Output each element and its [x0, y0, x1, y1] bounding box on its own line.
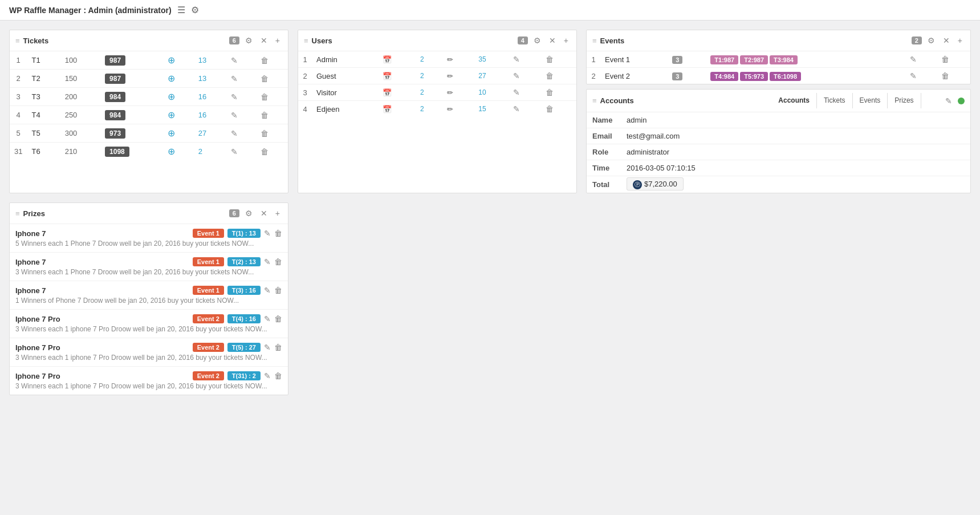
prizes-close-icon[interactable]: ✕	[258, 208, 270, 219]
events-drag-handle[interactable]: ≡	[592, 37, 597, 45]
events-gear-icon[interactable]: ⚙	[925, 35, 937, 46]
prize-delete-icon[interactable]: 🗑	[274, 343, 282, 352]
user-calendar-icon[interactable]: 📅	[378, 68, 416, 84]
ticket-delete-icon[interactable]: 🗑	[256, 143, 288, 161]
prizes-drag-handle[interactable]: ≡	[15, 209, 20, 218]
prize-edit-icon[interactable]: ✎	[264, 229, 271, 238]
prize-ticket-tag[interactable]: T(3) : 16	[227, 286, 261, 295]
events-add-icon[interactable]: +	[955, 35, 965, 46]
event-ticket-badge[interactable]: T6:1098	[770, 72, 801, 81]
tickets-gear-icon[interactable]: ⚙	[243, 35, 255, 46]
ticket-added-count[interactable]: 27	[194, 124, 226, 143]
ticket-add-icon[interactable]: ⊕	[163, 124, 194, 143]
user-tickets-count[interactable]: 27	[474, 68, 508, 84]
user-pencil-icon[interactable]: ✏	[442, 51, 474, 68]
user-calendar-icon[interactable]: 📅	[378, 84, 416, 101]
ticket-add-icon[interactable]: ⊕	[163, 88, 194, 106]
prize-delete-icon[interactable]: 🗑	[274, 371, 282, 380]
ticket-edit-icon[interactable]: ✎	[226, 88, 256, 106]
ticket-added-count[interactable]: 2	[194, 143, 226, 161]
ticket-edit-icon[interactable]: ✎	[226, 143, 256, 161]
user-edit-icon[interactable]: ✎	[509, 51, 542, 68]
user-events-count[interactable]: 2	[416, 51, 442, 68]
user-edit-icon[interactable]: ✎	[509, 101, 542, 117]
ticket-delete-icon[interactable]: 🗑	[256, 124, 288, 143]
prize-event-tag[interactable]: Event 1	[193, 286, 224, 295]
prize-edit-icon[interactable]: ✎	[264, 343, 271, 352]
ticket-edit-icon[interactable]: ✎	[226, 70, 256, 88]
users-drag-handle[interactable]: ≡	[304, 37, 308, 45]
prize-ticket-tag[interactable]: T(2) : 13	[227, 257, 261, 266]
users-close-icon[interactable]: ✕	[547, 35, 558, 46]
ticket-added-count[interactable]: 16	[194, 88, 226, 106]
user-calendar-icon[interactable]: 📅	[378, 101, 416, 117]
ticket-added-count[interactable]: 13	[194, 70, 226, 88]
prize-edit-icon[interactable]: ✎	[264, 371, 271, 380]
prize-event-tag[interactable]: Event 2	[193, 343, 224, 352]
user-tickets-count[interactable]: 35	[474, 51, 508, 68]
user-delete-icon[interactable]: 🗑	[541, 51, 576, 68]
tab-accounts[interactable]: Accounts	[771, 93, 817, 109]
event-ticket-badge[interactable]: T3:984	[770, 55, 798, 64]
tab-tickets[interactable]: Tickets	[817, 93, 853, 108]
user-tickets-count[interactable]: 10	[474, 84, 508, 101]
user-pencil-icon[interactable]: ✏	[442, 101, 474, 117]
prize-ticket-tag[interactable]: T(5) : 27	[227, 343, 261, 352]
ticket-add-icon[interactable]: ⊕	[163, 106, 194, 124]
prize-event-tag[interactable]: Event 1	[193, 257, 224, 266]
user-delete-icon[interactable]: 🗑	[541, 68, 576, 84]
prize-ticket-tag[interactable]: T(1) : 13	[227, 229, 261, 238]
prize-delete-icon[interactable]: 🗑	[274, 229, 282, 238]
user-edit-icon[interactable]: ✎	[509, 84, 542, 101]
ticket-edit-icon[interactable]: ✎	[226, 51, 256, 70]
event-ticket-badge[interactable]: T4:984	[710, 72, 738, 81]
accounts-edit-icon[interactable]: ✎	[943, 95, 954, 107]
user-events-count[interactable]: 2	[416, 84, 442, 101]
ticket-delete-icon[interactable]: 🗑	[256, 51, 288, 70]
user-pencil-icon[interactable]: ✏	[442, 68, 474, 84]
prize-edit-icon[interactable]: ✎	[264, 314, 271, 323]
user-calendar-icon[interactable]: 📅	[378, 51, 416, 68]
tab-prizes[interactable]: Prizes	[888, 93, 921, 108]
user-events-count[interactable]: 2	[416, 101, 442, 117]
event-ticket-badge[interactable]: T1:987	[710, 55, 738, 64]
prize-delete-icon[interactable]: 🗑	[274, 257, 282, 266]
event-edit-icon[interactable]: ✎	[905, 68, 937, 84]
ticket-edit-icon[interactable]: ✎	[226, 124, 256, 143]
prize-delete-icon[interactable]: 🗑	[274, 286, 282, 295]
prize-edit-icon[interactable]: ✎	[264, 257, 271, 266]
users-add-icon[interactable]: +	[562, 35, 571, 46]
ticket-delete-icon[interactable]: 🗑	[256, 70, 288, 88]
user-delete-icon[interactable]: 🗑	[541, 101, 576, 117]
ticket-add-icon[interactable]: ⊕	[163, 70, 194, 88]
user-delete-icon[interactable]: 🗑	[541, 84, 576, 101]
ticket-delete-icon[interactable]: 🗑	[256, 106, 288, 124]
event-ticket-badge[interactable]: T5:973	[740, 72, 768, 81]
menu-icon[interactable]: ☰	[177, 5, 185, 15]
user-tickets-count[interactable]: 15	[474, 101, 508, 117]
accounts-drag-handle[interactable]: ≡	[592, 96, 597, 105]
ticket-added-count[interactable]: 16	[194, 106, 226, 124]
event-ticket-badge[interactable]: T2:987	[740, 55, 768, 64]
events-close-icon[interactable]: ✕	[941, 35, 952, 46]
tab-events[interactable]: Events	[853, 93, 888, 108]
prizes-add-icon[interactable]: +	[273, 208, 282, 219]
prize-ticket-tag[interactable]: T(4) : 16	[227, 314, 261, 323]
users-gear-icon[interactable]: ⚙	[531, 35, 543, 46]
prizes-gear-icon[interactable]: ⚙	[243, 208, 255, 219]
tickets-drag-handle[interactable]: ≡	[15, 37, 20, 45]
user-edit-icon[interactable]: ✎	[509, 68, 542, 84]
ticket-add-icon[interactable]: ⊕	[163, 143, 194, 161]
event-delete-icon[interactable]: 🗑	[937, 68, 970, 84]
prize-event-tag[interactable]: Event 2	[193, 371, 224, 380]
user-events-count[interactable]: 2	[416, 68, 442, 84]
prize-delete-icon[interactable]: 🗑	[274, 314, 282, 323]
tickets-add-icon[interactable]: +	[273, 35, 282, 46]
settings-icon[interactable]: ⚙	[191, 5, 199, 15]
ticket-edit-icon[interactable]: ✎	[226, 106, 256, 124]
prize-event-tag[interactable]: Event 1	[193, 229, 224, 238]
ticket-add-icon[interactable]: ⊕	[163, 51, 194, 70]
tickets-close-icon[interactable]: ✕	[258, 35, 270, 46]
prize-event-tag[interactable]: Event 2	[193, 314, 224, 323]
event-delete-icon[interactable]: 🗑	[937, 51, 970, 68]
